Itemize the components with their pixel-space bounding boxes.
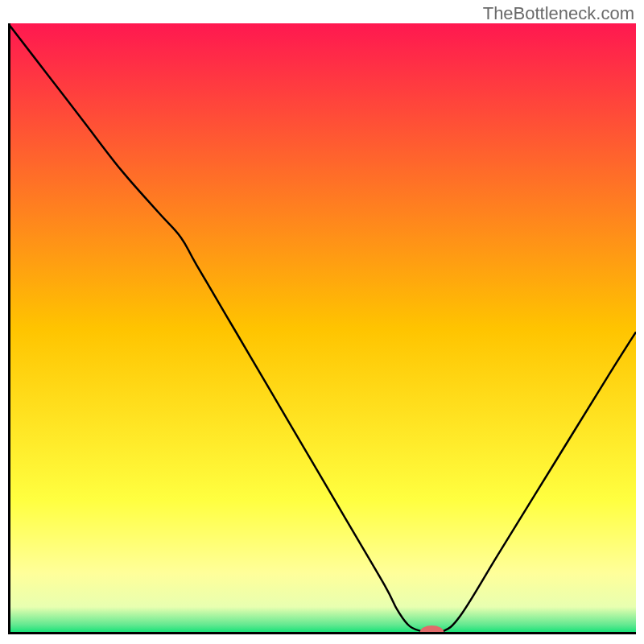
- watermark-text: TheBottleneck.com: [483, 3, 634, 24]
- bottleneck-chart: [8, 23, 636, 634]
- chart-background-gradient: [8, 23, 636, 634]
